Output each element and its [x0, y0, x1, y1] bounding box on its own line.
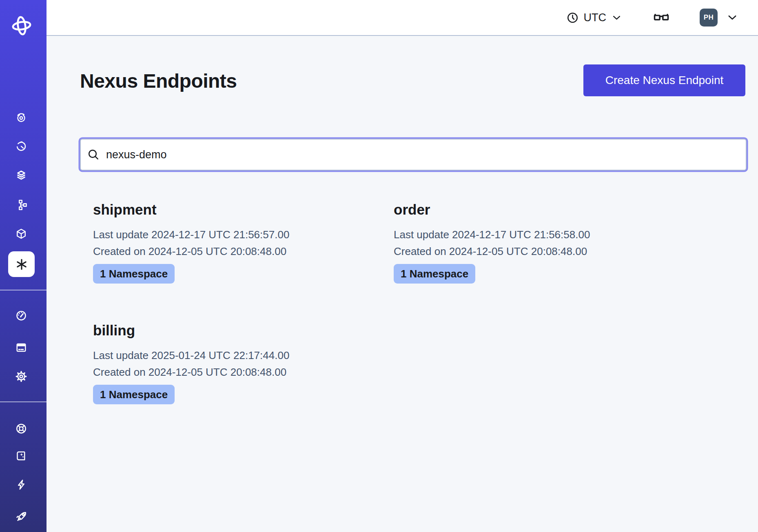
nexus-endpoints-page: UTC PH Nexus Endpoints Create Nexus Endp…: [0, 0, 758, 532]
create-nexus-endpoint-button[interactable]: Create Nexus Endpoint: [583, 64, 745, 96]
sidebar-item-batch[interactable]: [15, 199, 27, 211]
layers-icon: [15, 169, 27, 182]
book-icon: [15, 450, 27, 462]
endpoint-created-on: Created on 2024-12-05 UTC 20:08:48.00: [394, 243, 679, 260]
endpoint-created-on: Created on 2024-12-05 UTC 20:08:48.00: [93, 364, 379, 381]
timer-icon: [15, 140, 27, 152]
endpoint-name: shipment: [93, 202, 379, 218]
endpoint-card-billing[interactable]: billing Last update 2025-01-24 UTC 22:17…: [93, 322, 379, 404]
sidebar-item-billing[interactable]: [15, 341, 27, 354]
nexus-asterisk-icon: [14, 257, 29, 272]
user-menu[interactable]: PH: [700, 9, 738, 27]
sidebar-item-quickstart[interactable]: [15, 479, 27, 491]
endpoint-created-on: Created on 2024-12-05 UTC 20:08:48.00: [93, 243, 379, 260]
sidebar: [0, 0, 47, 532]
page-title: Nexus Endpoints: [80, 69, 237, 94]
graph-icon: [15, 199, 27, 211]
endpoint-last-update: Last update 2025-01-24 UTC 22:17:44.00: [93, 347, 379, 364]
endpoint-last-update: Last update 2024-12-17 UTC 21:56:58.00: [394, 226, 679, 243]
temporal-logo[interactable]: [9, 13, 34, 38]
sidebar-divider: [0, 290, 47, 290]
sidebar-item-radar[interactable]: [15, 111, 27, 124]
sidebar-divider: [0, 401, 47, 402]
endpoint-last-update: Last update 2024-12-17 UTC 21:56:57.00: [93, 226, 379, 243]
sidebar-item-stack[interactable]: [15, 169, 27, 182]
search-input[interactable]: [106, 149, 738, 161]
sidebar-item-support[interactable]: [15, 422, 27, 434]
gauge-icon: [15, 309, 27, 321]
labs-mode-toggle[interactable]: [652, 11, 670, 24]
gear-icon: [15, 370, 27, 382]
namespace-badge: 1 Namespace: [93, 385, 175, 404]
chevron-down-icon: [726, 11, 738, 24]
browser-icon: [15, 341, 27, 354]
topbar: UTC PH: [47, 0, 758, 36]
chevron-down-icon: [611, 12, 622, 23]
namespace-badge: 1 Namespace: [394, 264, 475, 284]
endpoint-card-shipment[interactable]: shipment Last update 2024-12-17 UTC 21:5…: [93, 202, 379, 284]
search-icon: [87, 148, 100, 161]
radar-icon: [15, 111, 27, 124]
sidebar-item-nexus-selected[interactable]: [8, 251, 35, 277]
temporal-logo-icon: [9, 13, 34, 38]
sidebar-item-getting-started[interactable]: [15, 510, 28, 523]
namespace-badge: 1 Namespace: [93, 264, 175, 284]
sidebar-item-docs[interactable]: [15, 450, 27, 462]
sidebar-item-usage[interactable]: [15, 309, 27, 321]
search-box: [80, 139, 747, 171]
sidebar-item-schedules[interactable]: [15, 140, 27, 152]
rocket-icon: [15, 510, 28, 523]
avatar: PH: [700, 9, 718, 27]
glasses-icon: [652, 11, 670, 24]
lightning-icon: [15, 479, 27, 491]
clock-icon: [566, 11, 579, 24]
endpoint-card-order[interactable]: order Last update 2024-12-17 UTC 21:56:5…: [394, 202, 679, 284]
endpoint-name: billing: [93, 322, 379, 339]
timezone-selector[interactable]: UTC: [566, 11, 623, 24]
timezone-label: UTC: [584, 11, 607, 24]
cube-icon: [15, 228, 27, 240]
lifebuoy-icon: [15, 422, 27, 434]
endpoint-name: order: [394, 202, 679, 218]
sidebar-item-deployments[interactable]: [15, 228, 27, 240]
sidebar-item-settings[interactable]: [15, 370, 27, 382]
